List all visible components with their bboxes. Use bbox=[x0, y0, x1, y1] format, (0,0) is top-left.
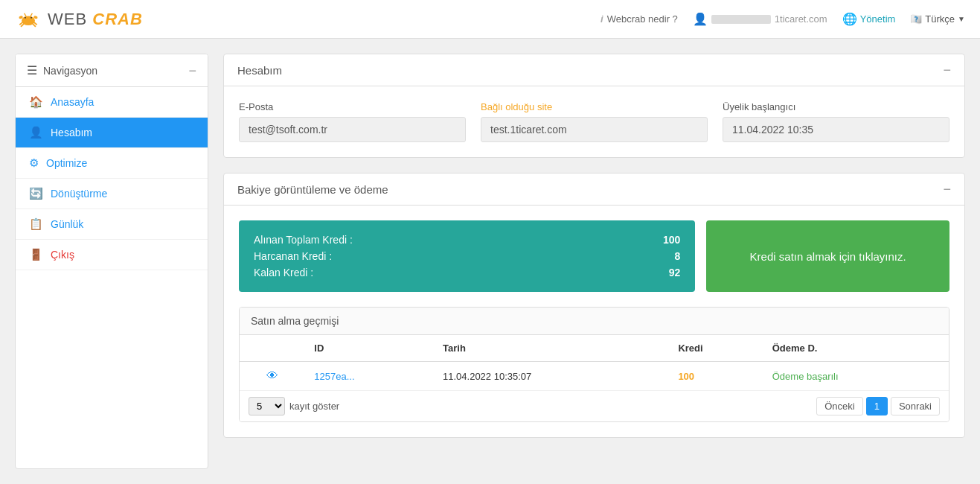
hesabim-icon: 👤 bbox=[29, 126, 43, 139]
sidebar-item-label-donusturme: Dönüştürme bbox=[51, 188, 107, 200]
user-email-blur bbox=[711, 15, 771, 24]
header-navigation: i Webcrab nedir ? 👤 1ticaret.com 🌐 Yönet… bbox=[601, 12, 965, 26]
spent-credit-value: 8 bbox=[675, 250, 681, 262]
logo: WEB CRAB bbox=[15, 6, 143, 33]
total-credit-value: 100 bbox=[663, 234, 680, 246]
hamburger-icon: ☰ bbox=[27, 63, 37, 77]
sidebar-collapse-button[interactable]: − bbox=[188, 64, 196, 77]
donusturme-icon: 🔄 bbox=[29, 187, 43, 200]
row-date-cell: 11.04.2022 10:35:07 bbox=[434, 362, 669, 391]
records-label: kayıt göster bbox=[289, 401, 339, 412]
pagination-row: 5102550 kayıt göster Önceki 1 Sonraki bbox=[240, 391, 949, 421]
remaining-label: Kalan Kredi : bbox=[254, 267, 313, 278]
account-card-body: E-Posta test@tsoft.com.tr Bağlı olduğu s… bbox=[224, 86, 964, 157]
logo-text: WEB CRAB bbox=[48, 10, 143, 29]
history-thead: IDTarihKrediÖdeme D. bbox=[240, 335, 949, 362]
crab-logo-icon bbox=[15, 6, 42, 33]
header: WEB CRAB i Webcrab nedir ? 👤 1ticaret.co… bbox=[0, 0, 980, 39]
sidebar-nav-label: Navigasyon bbox=[43, 65, 97, 77]
svg-point-3 bbox=[25, 16, 26, 18]
total-credit-line: Alınan Toplam Kredi : 100 bbox=[254, 234, 680, 246]
svg-point-4 bbox=[31, 16, 32, 18]
balance-info-row: Alınan Toplam Kredi : 100 Harcanan Kredi… bbox=[239, 220, 949, 292]
balance-card-header: Bakiye görüntüleme ve ödeme − bbox=[224, 173, 964, 206]
content-area: Hesabım − E-Posta test@tsoft.com.tr Bağl… bbox=[223, 54, 965, 469]
pagination-buttons: Önceki 1 Sonraki bbox=[816, 397, 940, 415]
site-group: Bağlı olduğu site test.1ticaret.com bbox=[481, 101, 708, 142]
logo-crab: CRAB bbox=[92, 10, 143, 28]
buy-credit-label: Kredi satın almak için tıklayınız. bbox=[750, 250, 906, 263]
view-icon[interactable]: 👁 bbox=[266, 369, 278, 382]
main-layout: ☰ Navigasyon − 🏠 Anasayfa👤 Hesabım⚙ Opti… bbox=[0, 39, 980, 484]
sidebar-item-hesabim[interactable]: 👤 Hesabım bbox=[16, 118, 208, 148]
membership-input: 11.04.2022 10:35 bbox=[723, 117, 949, 142]
sidebar-item-cikis[interactable]: 🚪 Çıkış bbox=[16, 240, 208, 270]
sidebar-item-gunluk[interactable]: 📋 Günlük bbox=[16, 209, 208, 240]
account-form-row: E-Posta test@tsoft.com.tr Bağlı olduğu s… bbox=[239, 101, 949, 142]
email-label: E-Posta bbox=[239, 101, 466, 112]
lang-label: Türkçe bbox=[925, 13, 955, 25]
yonetim-label: Yönetim bbox=[860, 13, 896, 25]
info-link[interactable]: i Webcrab nedir ? bbox=[601, 13, 678, 25]
prev-page-button[interactable]: Önceki bbox=[816, 397, 862, 415]
account-collapse-button[interactable]: − bbox=[943, 63, 951, 77]
records-per-page: 5102550 kayıt göster bbox=[249, 397, 339, 415]
anasayfa-icon: 🏠 bbox=[29, 95, 43, 109]
sidebar-item-label-anasayfa: Anasayfa bbox=[51, 96, 94, 108]
history-title: Satın alma geçmişi bbox=[251, 315, 339, 327]
email-input: test@tsoft.com.tr bbox=[239, 117, 466, 142]
total-credit-label: Alınan Toplam Kredi : bbox=[254, 234, 353, 246]
remaining-value: 92 bbox=[669, 267, 681, 278]
row-eye-cell: 👁 bbox=[240, 362, 305, 391]
sidebar-item-label-gunluk: Günlük bbox=[51, 218, 83, 230]
info-label: Webcrab nedir ? bbox=[607, 13, 678, 25]
spent-credit-label: Harcanan Kredi : bbox=[254, 250, 332, 262]
page-1-button[interactable]: 1 bbox=[866, 397, 888, 415]
membership-group: Üyelik başlangıcı 11.04.2022 10:35 bbox=[723, 101, 949, 142]
next-page-button[interactable]: Sonraki bbox=[891, 397, 940, 415]
remaining-line: Kalan Kredi : 92 bbox=[254, 267, 680, 278]
sidebar-item-optimize[interactable]: ⚙ Optimize bbox=[16, 148, 208, 179]
lang-icon: 🇦🇧 bbox=[910, 13, 922, 25]
purchase-history: Satın alma geçmişi IDTarihKrediÖdeme D. … bbox=[239, 307, 949, 422]
buy-credit-button[interactable]: Kredi satın almak için tıklayınız. bbox=[706, 220, 949, 292]
spent-credit-line: Harcanan Kredi : 8 bbox=[254, 250, 680, 262]
yonetim-link[interactable]: 🌐 Yönetim bbox=[842, 12, 896, 26]
sidebar-item-donusturme[interactable]: 🔄 Dönüştürme bbox=[16, 179, 208, 209]
cikis-icon: 🚪 bbox=[29, 248, 43, 261]
row-credit-cell: 100 bbox=[669, 362, 763, 391]
site-label: Bağlı olduğu site bbox=[481, 101, 708, 112]
col-icon bbox=[240, 335, 305, 362]
history-header: Satın alma geçmişi bbox=[240, 308, 949, 335]
email-group: E-Posta test@tsoft.com.tr bbox=[239, 101, 466, 142]
sidebar-item-label-cikis: Çıkış bbox=[51, 249, 74, 261]
row-id-cell[interactable]: 1257ea... bbox=[305, 362, 434, 391]
col-Kredi: Kredi bbox=[669, 335, 763, 362]
user-account[interactable]: 👤 1ticaret.com bbox=[693, 12, 827, 26]
site-input: test.1ticaret.com bbox=[481, 117, 708, 142]
yonetim-icon: 🌐 bbox=[842, 12, 857, 26]
svg-line-12 bbox=[31, 13, 33, 16]
row-payment-cell: Ödeme başarılı bbox=[763, 362, 949, 391]
balance-info-box: Alınan Toplam Kredi : 100 Harcanan Kredi… bbox=[239, 220, 695, 292]
history-table: IDTarihKrediÖdeme D. 👁 1257ea... 11.04.2… bbox=[240, 335, 949, 391]
logo-web: WEB bbox=[48, 10, 87, 28]
sidebar-item-anasayfa[interactable]: 🏠 Anasayfa bbox=[16, 87, 208, 118]
sidebar-item-label-optimize: Optimize bbox=[46, 157, 87, 169]
account-card-header: Hesabım − bbox=[224, 54, 964, 86]
records-select-input[interactable]: 5102550 bbox=[249, 397, 285, 415]
gunluk-icon: 📋 bbox=[29, 217, 43, 231]
svg-line-11 bbox=[25, 13, 27, 16]
balance-card: Bakiye görüntüleme ve ödeme − Alınan Top… bbox=[223, 173, 965, 438]
info-icon: i bbox=[601, 13, 603, 25]
table-row: 👁 1257ea... 11.04.2022 10:35:07 100 Ödem… bbox=[240, 362, 949, 391]
language-selector[interactable]: 🇦🇧 Türkçe ▼ bbox=[910, 13, 965, 25]
balance-collapse-button[interactable]: − bbox=[943, 182, 951, 196]
sidebar-header: ☰ Navigasyon − bbox=[16, 54, 208, 87]
chevron-down-icon: ▼ bbox=[958, 15, 965, 23]
history-tbody: 👁 1257ea... 11.04.2022 10:35:07 100 Ödem… bbox=[240, 362, 949, 391]
col-Ödeme D.: Ödeme D. bbox=[763, 335, 949, 362]
membership-label: Üyelik başlangıcı bbox=[723, 101, 949, 112]
sidebar-items: 🏠 Anasayfa👤 Hesabım⚙ Optimize🔄 Dönüştürm… bbox=[16, 87, 208, 270]
sidebar-header-left: ☰ Navigasyon bbox=[27, 63, 97, 77]
